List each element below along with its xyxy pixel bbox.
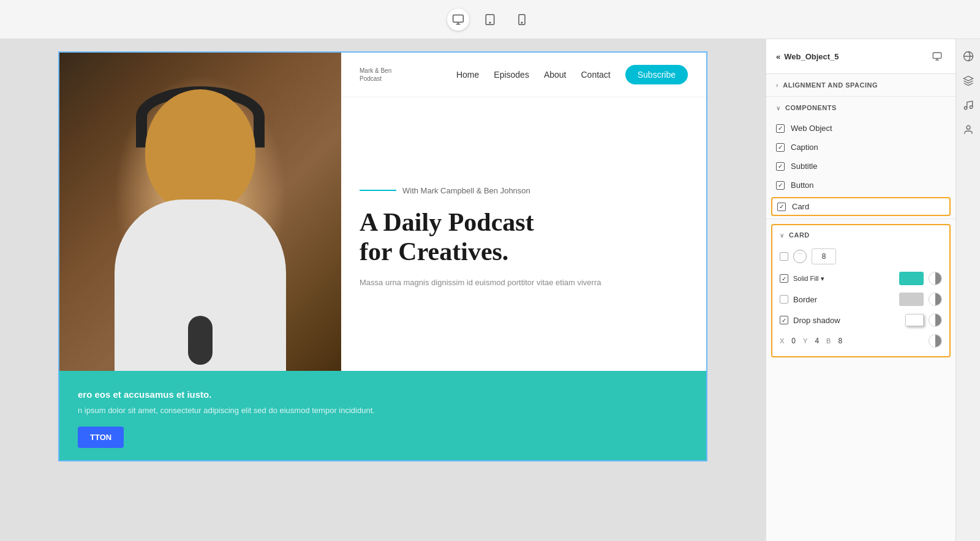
solid-fill-row: Solid Fill ▾ xyxy=(772,268,949,289)
drop-shadow-row: Drop shadow xyxy=(772,310,949,330)
side-icon-monitor[interactable] xyxy=(959,47,978,66)
card-chevron: ∨ xyxy=(780,232,784,239)
nav-home[interactable]: Home xyxy=(456,70,479,80)
web-object-label: Web Object xyxy=(791,124,832,133)
hero-text-content: With Mark Campbell & Ben Johnson A Daily… xyxy=(341,97,706,371)
svg-point-8 xyxy=(970,106,973,109)
shadow-preview xyxy=(905,314,924,326)
desktop-view-button[interactable] xyxy=(447,9,469,31)
nav-subscribe-button[interactable]: Subscribe xyxy=(625,65,688,84)
panel-header: « Web_Object_5 xyxy=(766,39,956,74)
components-section-title: COMPONENTS xyxy=(785,104,837,111)
components-chevron: ∨ xyxy=(776,105,780,111)
card-checkbox[interactable] xyxy=(777,203,786,211)
alignment-section: › ALIGNMENT AND SPACING xyxy=(766,74,956,97)
solid-fill-swatch[interactable] xyxy=(899,272,924,285)
button-checkbox[interactable] xyxy=(776,181,785,190)
green-section: ero eos et accusamus et iusto. n ipsum d… xyxy=(59,371,706,460)
mic-decoration xyxy=(188,316,213,365)
svg-rect-0 xyxy=(453,15,464,22)
caption-checkbox[interactable] xyxy=(776,143,785,152)
web-object-checkbox[interactable] xyxy=(776,124,785,133)
solid-fill-arrow: ▾ xyxy=(821,275,824,283)
subtitle-checkbox[interactable] xyxy=(776,162,785,171)
shadow-color-circle[interactable] xyxy=(929,334,942,348)
green-button[interactable]: TTON xyxy=(78,427,124,448)
svg-point-9 xyxy=(967,125,970,129)
card-expanded-header[interactable]: ∨ CARD xyxy=(772,225,949,245)
logo-name: Mark & Ben xyxy=(360,67,391,75)
solid-fill-checkbox[interactable] xyxy=(780,274,788,283)
back-chevrons: « xyxy=(776,52,780,61)
green-text: ero eos et accusamus et iusto. xyxy=(78,389,688,400)
component-button: Button xyxy=(766,176,956,195)
alignment-section-title: ALIGNMENT AND SPACING xyxy=(783,81,878,89)
border-checkbox[interactable] xyxy=(780,295,788,304)
preview-frame: Mark & Ben Podcast Home Episodes About C… xyxy=(58,51,707,461)
side-icon-music[interactable] xyxy=(959,95,978,115)
hero-section: Mark & Ben Podcast Home Episodes About C… xyxy=(59,53,706,371)
canvas-area: Mark & Ben Podcast Home Episodes About C… xyxy=(0,39,766,541)
b-value: 8 xyxy=(838,337,842,345)
component-caption: Caption xyxy=(766,138,956,157)
component-card-highlighted: Card xyxy=(771,197,951,216)
hero-byline: With Mark Campbell & Ben Johnson xyxy=(360,186,688,195)
subtitle-label: Subtitle xyxy=(791,162,817,171)
card-section-title: CARD xyxy=(789,231,810,239)
card-label: Card xyxy=(792,202,809,211)
hero-content-side: Mark & Ben Podcast Home Episodes About C… xyxy=(341,53,706,371)
side-icon-layers[interactable] xyxy=(959,71,978,91)
caption-label: Caption xyxy=(791,143,818,152)
main-layout: Mark & Ben Podcast Home Episodes About C… xyxy=(0,39,980,541)
nav-bar: Mark & Ben Podcast Home Episodes About C… xyxy=(341,53,706,97)
solid-fill-label: Solid Fill xyxy=(793,275,819,282)
mobile-view-button[interactable] xyxy=(511,9,533,31)
solid-fill-opacity-circle[interactable] xyxy=(929,272,942,285)
svg-point-4 xyxy=(521,22,522,23)
corner-radius-checkbox[interactable] xyxy=(780,252,788,261)
x-label: X xyxy=(780,337,784,345)
corner-radius-row: ⌒ 8 xyxy=(772,245,949,268)
hero-title-line2: for Creatives. xyxy=(360,237,508,266)
hero-title-line1: A Daily Podcast xyxy=(360,208,534,236)
y-label: Y xyxy=(803,337,807,345)
components-section-header[interactable]: ∨ COMPONENTS xyxy=(766,97,956,119)
side-icons-panel xyxy=(956,39,980,541)
green-subtext: n ipsum dolor sit amet, consectetur adip… xyxy=(78,405,688,417)
hero-photo xyxy=(59,53,341,371)
nav-contact[interactable]: Contact xyxy=(581,70,610,80)
alignment-chevron: › xyxy=(776,82,778,89)
border-opacity-circle[interactable] xyxy=(929,293,942,306)
corner-radius-input[interactable]: 8 xyxy=(812,248,836,264)
nav-about[interactable]: About xyxy=(544,70,567,80)
nav-links: Home Episodes About Contact Subscribe xyxy=(456,65,688,84)
solid-fill-dropdown[interactable]: Solid Fill ▾ xyxy=(793,275,824,283)
right-panel: « Web_Object_5 › ALIGNMENT AND SPACING ∨… xyxy=(766,39,956,541)
drop-shadow-opacity-circle[interactable] xyxy=(929,313,942,327)
byline-text: With Mark Campbell & Ben Johnson xyxy=(402,186,530,195)
svg-point-2 xyxy=(489,22,491,23)
border-swatch[interactable] xyxy=(899,293,924,306)
side-icon-person[interactable] xyxy=(959,120,978,140)
x-value: 0 xyxy=(791,337,796,345)
hero-title: A Daily Podcast for Creatives. xyxy=(360,207,688,267)
svg-rect-5 xyxy=(933,53,941,58)
components-section: ∨ COMPONENTS Web Object Caption Subtitle xyxy=(766,97,956,219)
border-row: Border xyxy=(772,289,949,310)
corner-radius-icon: ⌒ xyxy=(793,250,807,263)
b-label: B xyxy=(826,337,831,345)
button-label: Button xyxy=(791,181,814,190)
panel-title-group: « Web_Object_5 xyxy=(776,52,839,61)
panel-display-button[interactable] xyxy=(929,48,946,65)
website-preview: Mark & Ben Podcast Home Episodes About C… xyxy=(59,53,706,460)
panel-title-text: Web_Object_5 xyxy=(784,52,839,61)
nav-episodes[interactable]: Episodes xyxy=(494,70,529,80)
y-value: 4 xyxy=(815,337,819,345)
tablet-view-button[interactable] xyxy=(479,9,501,31)
hero-subtitle: Massa urna magnis dignissim id euismod p… xyxy=(360,277,688,289)
svg-point-7 xyxy=(964,106,967,110)
alignment-section-header[interactable]: › ALIGNMENT AND SPACING xyxy=(766,74,956,96)
person-head-decoration xyxy=(145,89,255,212)
drop-shadow-checkbox[interactable] xyxy=(780,316,788,324)
border-label: Border xyxy=(793,295,817,304)
